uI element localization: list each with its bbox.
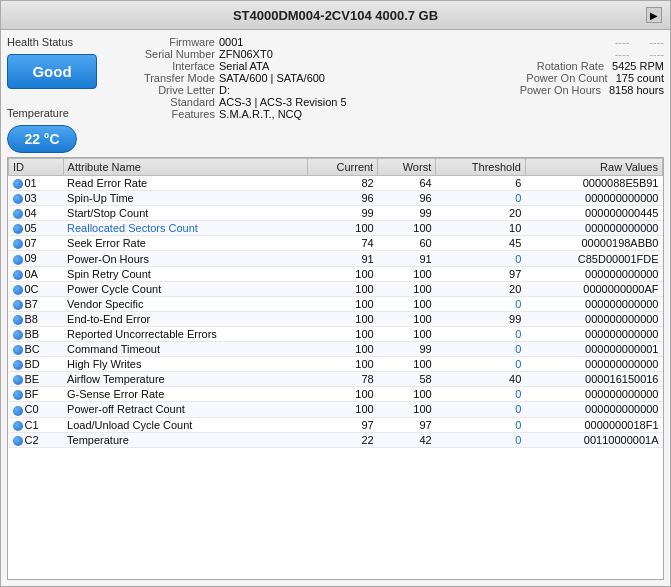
expand-button[interactable]: ▶ <box>646 7 662 23</box>
info-section: Health Status Good Temperature 22 °C Fir… <box>7 36 664 153</box>
cell-worst: 96 <box>378 191 436 206</box>
cell-current: 74 <box>307 236 378 251</box>
window-title: ST4000DM004-2CV104 4000.7 GB <box>25 8 646 23</box>
cell-id: BC <box>9 342 64 357</box>
cell-current: 96 <box>307 191 378 206</box>
cell-worst: 100 <box>378 311 436 326</box>
table-header-row: ID Attribute Name Current Worst Threshol… <box>9 159 663 176</box>
col-worst: Worst <box>378 159 436 176</box>
cell-id: C1 <box>9 417 64 432</box>
detail-value: Serial ATA <box>219 60 269 72</box>
cell-current: 99 <box>307 206 378 221</box>
cell-id: B7 <box>9 296 64 311</box>
cell-raw: 000000000445 <box>525 206 662 221</box>
table-row: C0 Power-off Retract Count 100 100 0 000… <box>9 402 663 417</box>
table-row: B8 End-to-End Error 100 100 99 000000000… <box>9 311 663 326</box>
detail-value: ZFN06XT0 <box>219 48 273 60</box>
cell-worst: 100 <box>378 281 436 296</box>
table-row: 01 Read Error Rate 82 64 6 0000088E5B91 <box>9 176 663 191</box>
cell-raw: C85D00001FDE <box>525 251 662 266</box>
detail-row: Transfer Mode SATA/600 | SATA/600 <box>125 72 476 84</box>
cell-worst: 100 <box>378 221 436 236</box>
right-stats-rows: ---------------- Rotation Rate 5425 RPM … <box>484 36 664 96</box>
cell-worst: 100 <box>378 326 436 341</box>
cell-name: Reallocated Sectors Count <box>63 221 307 236</box>
health-circle-icon <box>13 209 23 219</box>
temp-label: Temperature <box>7 107 117 119</box>
cell-current: 100 <box>307 281 378 296</box>
cell-name: Spin-Up Time <box>63 191 307 206</box>
cell-name: Airflow Temperature <box>63 372 307 387</box>
cell-id: BB <box>9 326 64 341</box>
smart-table-container[interactable]: ID Attribute Name Current Worst Threshol… <box>7 157 664 580</box>
cell-name: G-Sense Error Rate <box>63 387 307 402</box>
cell-raw: 0000088E5B91 <box>525 176 662 191</box>
cell-threshold: 99 <box>436 311 526 326</box>
table-row: 07 Seek Error Rate 74 60 45 00000198ABB0 <box>9 236 663 251</box>
dash1: ---- <box>615 36 630 48</box>
detail-value: D: <box>219 84 230 96</box>
cell-id: 04 <box>9 206 64 221</box>
col-threshold: Threshold <box>436 159 526 176</box>
dash-row-2: -------- <box>484 48 664 60</box>
stat-row: Power On Count 175 count <box>484 72 664 84</box>
cell-threshold: 0 <box>436 402 526 417</box>
col-name: Attribute Name <box>63 159 307 176</box>
cell-worst: 99 <box>378 342 436 357</box>
cell-raw: 000000000000 <box>525 191 662 206</box>
dash-row-1: -------- <box>484 36 664 48</box>
cell-threshold: 40 <box>436 372 526 387</box>
table-row: 0A Spin Retry Count 100 100 97 000000000… <box>9 266 663 281</box>
main-content: Health Status Good Temperature 22 °C Fir… <box>1 30 670 586</box>
cell-id: 07 <box>9 236 64 251</box>
cell-threshold: 0 <box>436 342 526 357</box>
cell-current: 78 <box>307 372 378 387</box>
stat-value: 8158 hours <box>609 84 664 96</box>
table-row: C1 Load/Unload Cycle Count 97 97 0 00000… <box>9 417 663 432</box>
cell-raw: 000016150016 <box>525 372 662 387</box>
cell-raw: 000000000000 <box>525 402 662 417</box>
cell-id: 01 <box>9 176 64 191</box>
cell-raw: 000000000000 <box>525 266 662 281</box>
detail-row: Features S.M.A.R.T., NCQ <box>125 108 476 120</box>
cell-current: 100 <box>307 296 378 311</box>
table-row: 09 Power-On Hours 91 91 0 C85D00001FDE <box>9 251 663 266</box>
cell-name: Vendor Specific <box>63 296 307 311</box>
cell-name: Power-off Retract Count <box>63 402 307 417</box>
health-circle-icon <box>13 330 23 340</box>
table-row: 04 Start/Stop Count 99 99 20 00000000044… <box>9 206 663 221</box>
cell-raw: 0000000018F1 <box>525 417 662 432</box>
table-row: BD High Fly Writes 100 100 0 00000000000… <box>9 357 663 372</box>
health-temp-panel: Health Status Good Temperature 22 °C <box>7 36 117 153</box>
cell-threshold: 0 <box>436 191 526 206</box>
health-circle-icon <box>13 239 23 249</box>
detail-row: Standard ACS-3 | ACS-3 Revision 5 <box>125 96 476 108</box>
col-raw: Raw Values <box>525 159 662 176</box>
cell-raw: 000000000000 <box>525 357 662 372</box>
detail-value: ACS-3 | ACS-3 Revision 5 <box>219 96 347 108</box>
detail-label: Serial Number <box>125 48 215 60</box>
detail-label: Firmware <box>125 36 215 48</box>
stat-row: Rotation Rate 5425 RPM <box>484 60 664 72</box>
detail-label: Drive Letter <box>125 84 215 96</box>
cell-id: 03 <box>9 191 64 206</box>
cell-name: Spin Retry Count <box>63 266 307 281</box>
health-circle-icon <box>13 285 23 295</box>
table-row: C2 Temperature 22 42 0 00110000001A <box>9 432 663 447</box>
cell-worst: 91 <box>378 251 436 266</box>
health-badge: Good <box>7 54 97 89</box>
health-circle-icon <box>13 436 23 446</box>
cell-raw: 000000000000 <box>525 221 662 236</box>
cell-worst: 97 <box>378 417 436 432</box>
health-circle-icon <box>13 375 23 385</box>
detail-row: Firmware 0001 <box>125 36 476 48</box>
health-circle-icon <box>13 421 23 431</box>
health-circle-icon <box>13 270 23 280</box>
cell-name: Power-On Hours <box>63 251 307 266</box>
stat-value: 5425 RPM <box>612 60 664 72</box>
detail-label: Interface <box>125 60 215 72</box>
cell-name: Start/Stop Count <box>63 206 307 221</box>
table-row: B7 Vendor Specific 100 100 0 00000000000… <box>9 296 663 311</box>
cell-threshold: 0 <box>436 296 526 311</box>
detail-row: Interface Serial ATA <box>125 60 476 72</box>
